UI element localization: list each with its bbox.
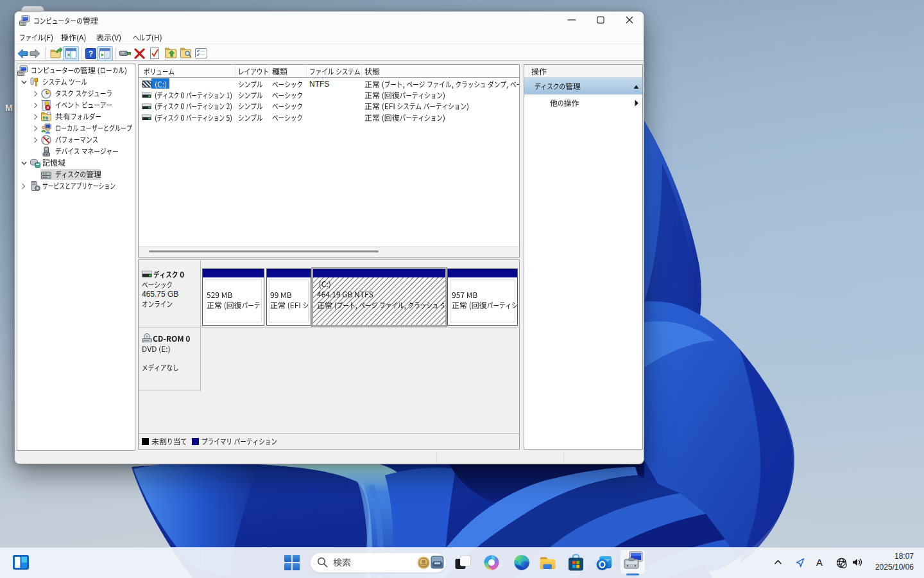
svg-text:?: ? (89, 49, 93, 58)
